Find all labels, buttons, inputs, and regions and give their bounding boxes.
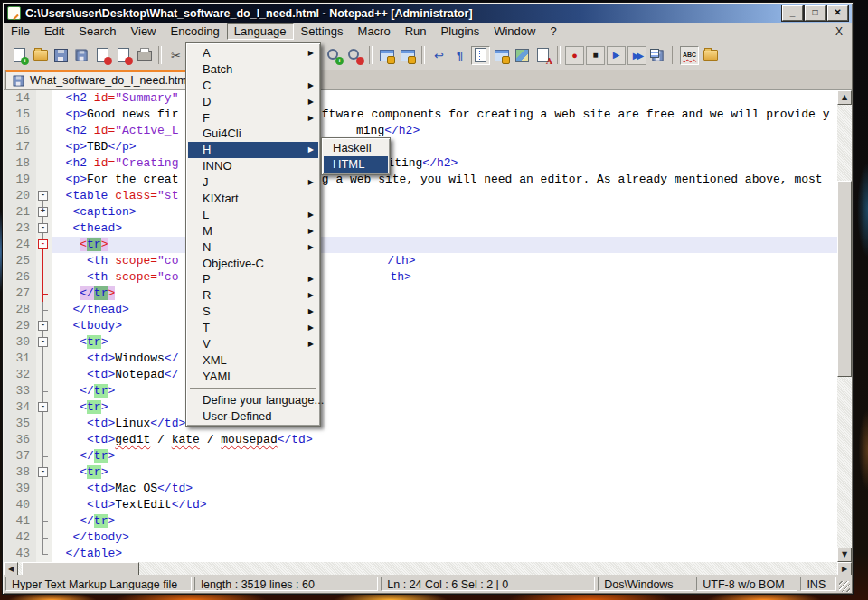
- code-line-current[interactable]: <tr>: [52, 237, 837, 253]
- code-line[interactable]: <tbody>: [52, 318, 837, 334]
- language-menu-item-inno[interactable]: INNO: [188, 158, 318, 174]
- language-menu-item-d[interactable]: D▶: [188, 94, 318, 110]
- language-menu-item-objective-c[interactable]: Objective-C: [188, 256, 318, 272]
- editor-area[interactable]: 1415161718192021232425262728293031323334…: [4, 89, 852, 577]
- title-bar[interactable]: C:\Users\user\Desktop\What_software_do_I…: [4, 4, 852, 23]
- menubar-item-edit[interactable]: Edit: [37, 23, 71, 40]
- code-line[interactable]: <td>Linux</td>: [52, 416, 837, 432]
- code-line[interactable]: </thead>: [52, 302, 837, 318]
- resize-grip[interactable]: [839, 581, 850, 592]
- language-menu-item-user-defined[interactable]: User-Defined: [188, 408, 318, 425]
- indent-guide-icon[interactable]: [471, 46, 490, 65]
- fold-toggle-box[interactable]: -: [36, 220, 52, 237]
- h-submenu-item-html[interactable]: HTML: [324, 156, 388, 173]
- scroll-up-arrow-icon[interactable]: ▲: [837, 90, 852, 105]
- code-line[interactable]: <h2 id="Summary": [52, 90, 837, 107]
- code-line[interactable]: <th scope="coth>: [52, 269, 837, 286]
- user-define-dialog-icon[interactable]: [492, 46, 511, 65]
- code-line[interactable]: <h2 id="Creatingiting</h2>: [52, 155, 837, 172]
- tab-active-document[interactable]: What_software_do_I_need.html ✕: [5, 70, 213, 89]
- save-all-icon[interactable]: [72, 46, 91, 65]
- scroll-down-arrow-icon[interactable]: ▼: [837, 548, 852, 562]
- menubar-item-search[interactable]: Search: [71, 23, 123, 40]
- sync-horizontal-icon[interactable]: [398, 46, 417, 65]
- menubar-item-language[interactable]: Language: [227, 23, 294, 40]
- code-line[interactable]: <thead>: [52, 220, 837, 237]
- code-line[interactable]: <td>Windows</: [52, 351, 837, 367]
- code-line[interactable]: <table class="st: [52, 188, 837, 204]
- menubar-item-macro[interactable]: Macro: [351, 23, 398, 40]
- sync-vertical-icon[interactable]: [377, 46, 396, 65]
- code-line[interactable]: <h2 id="Active_Lming</h2>: [52, 123, 837, 139]
- menubar-item-file[interactable]: File: [4, 23, 37, 40]
- code-line[interactable]: <td>gedit / kate / mousepad</td>: [52, 432, 837, 448]
- code-line[interactable]: </table>: [52, 546, 837, 562]
- macro-save-icon[interactable]: [648, 46, 667, 65]
- code-line[interactable]: <p>Good news firftware components for cr…: [52, 107, 837, 123]
- code-line[interactable]: <p>TBD</p>: [52, 139, 837, 155]
- document-map-icon[interactable]: [513, 46, 532, 65]
- fold-margin[interactable]: -+------: [36, 90, 52, 562]
- h-submenu-item-haskell[interactable]: Haskell: [324, 140, 388, 156]
- language-menu-item-h[interactable]: H▶: [188, 142, 318, 158]
- language-menu-item-l[interactable]: L▶: [188, 207, 318, 223]
- fold-toggle-box[interactable]: -: [36, 334, 52, 351]
- macro-play-icon[interactable]: ▶: [607, 46, 626, 65]
- zoom-in-icon[interactable]: +: [325, 46, 344, 65]
- macro-run-multiple-icon[interactable]: ▶▶: [627, 46, 646, 65]
- code-line[interactable]: <td>TextEdit</td>: [52, 497, 837, 513]
- macro-record-icon[interactable]: ●: [565, 46, 584, 65]
- menubar-item-window[interactable]: Window: [486, 23, 542, 40]
- code-line[interactable]: <td>Notepad</: [52, 367, 837, 383]
- code-line[interactable]: <tr>: [52, 464, 837, 481]
- language-menu-item-f[interactable]: F▶: [188, 110, 318, 127]
- close-document-x[interactable]: X: [835, 25, 843, 38]
- language-menu-item-j[interactable]: J▶: [188, 174, 318, 191]
- word-wrap-icon[interactable]: ↩: [429, 46, 448, 65]
- language-menu-item-n[interactable]: N▶: [188, 239, 318, 256]
- language-menu-item-p[interactable]: P▶: [188, 271, 318, 287]
- document-switcher-icon[interactable]: [701, 46, 720, 65]
- menubar-item-plugins[interactable]: Plugins: [434, 23, 487, 40]
- menubar-item-encoding[interactable]: Encoding: [164, 23, 227, 40]
- vertical-scrollbar[interactable]: ▲ ▼: [837, 90, 852, 562]
- spell-check-icon[interactable]: ABC: [680, 46, 699, 65]
- menubar-item-help[interactable]: ?: [542, 23, 563, 40]
- language-menu-item-kixtart[interactable]: KIXtart: [188, 191, 318, 207]
- language-menu-item-gui4cli[interactable]: Gui4Cli: [188, 126, 318, 142]
- menubar-item-run[interactable]: Run: [398, 23, 434, 40]
- new-file-icon[interactable]: +: [10, 46, 29, 65]
- close-button[interactable]: ✕: [827, 5, 848, 21]
- maximize-button[interactable]: □: [805, 5, 826, 21]
- function-list-icon[interactable]: A: [533, 46, 552, 65]
- status-panel-eol-format[interactable]: Dos\Windows: [598, 577, 693, 591]
- code-line[interactable]: </tr>: [52, 448, 837, 464]
- language-menu-item-define-your-language[interactable]: Define your language...: [188, 392, 318, 408]
- language-menu-item-a[interactable]: A▶: [188, 45, 318, 61]
- menubar-item-view[interactable]: View: [124, 23, 164, 40]
- language-menu-item-s[interactable]: S▶: [188, 304, 318, 320]
- language-menu-item-batch[interactable]: Batch: [188, 61, 318, 78]
- language-menu-item-m[interactable]: M▶: [188, 223, 318, 239]
- code-line[interactable]: </tr>: [52, 383, 837, 399]
- code-line[interactable]: </tr>: [52, 513, 837, 530]
- status-panel-insert-mode[interactable]: INS: [800, 577, 836, 591]
- open-file-icon[interactable]: [31, 46, 50, 65]
- vertical-scroll-thumb[interactable]: [837, 181, 852, 377]
- code-line[interactable]: <caption>: [52, 204, 837, 220]
- code-line[interactable]: <tr>: [52, 334, 837, 351]
- code-line[interactable]: </tbody>: [52, 530, 837, 546]
- zoom-out-icon[interactable]: −: [345, 46, 364, 65]
- code-line[interactable]: <th scope="co/th>: [52, 253, 837, 269]
- language-menu-item-xml[interactable]: XML: [188, 352, 318, 369]
- fold-toggle-box[interactable]: -: [36, 318, 52, 334]
- language-menu-item-t[interactable]: T▶: [188, 320, 318, 336]
- status-panel-encoding[interactable]: UTF-8 w/o BOM: [696, 577, 797, 591]
- close-file-icon[interactable]: −: [93, 46, 112, 65]
- fold-toggle-box[interactable]: -: [36, 399, 52, 416]
- fold-toggle-box[interactable]: -: [36, 464, 52, 481]
- language-menu-item-c[interactable]: C▶: [188, 78, 318, 94]
- code-line[interactable]: </tr>: [52, 286, 837, 302]
- language-menu-item-yaml[interactable]: YAML: [188, 369, 318, 385]
- save-file-icon[interactable]: [52, 46, 71, 65]
